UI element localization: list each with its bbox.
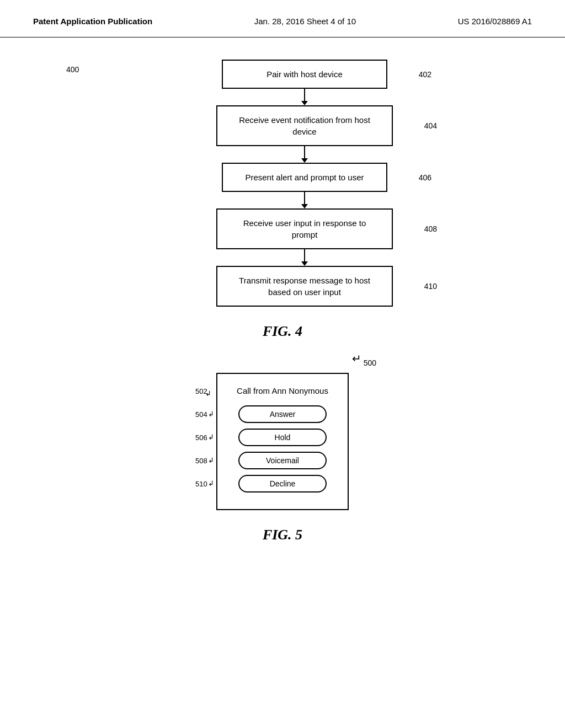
- label-402: 402: [419, 70, 431, 79]
- decline-button-row: 510 ↲ Decline: [234, 475, 331, 493]
- label-500-group: ↵ 500: [352, 356, 376, 370]
- patent-number-label: US 2016/028869 A1: [458, 17, 532, 26]
- call-header-text: Call from Ann Nonymous: [234, 385, 331, 397]
- main-content: 400 Pair with host device 402 Receive ev…: [0, 38, 565, 593]
- arrow-2: [301, 146, 308, 163]
- fig4-section: 400 Pair with host device 402 Receive ev…: [33, 60, 532, 340]
- fig5-diagram-wrapper: ↵ 500 502 ↲ Call from Ann Nonymous 504 ↲…: [216, 373, 349, 510]
- call-header-row: 502 ↲ Call from Ann Nonymous: [234, 385, 331, 397]
- answer-button-row: 504 ↲ Answer: [234, 405, 331, 423]
- voicemail-button[interactable]: Voicemail: [238, 452, 327, 469]
- hold-button-row: 506 ↲ Hold: [234, 429, 331, 446]
- fig5-container: ↵ 500 502 ↲ Call from Ann Nonymous 504 ↲…: [33, 373, 532, 510]
- fig4-caption: FIG. 4: [33, 323, 532, 340]
- flowchart: Pair with host device 402 Receive event …: [77, 60, 532, 307]
- step-404-box: Receive event notification from host dev…: [216, 105, 393, 146]
- decline-button[interactable]: Decline: [238, 475, 327, 493]
- arrow-4: [301, 249, 308, 266]
- label-506: 506: [195, 433, 207, 442]
- flow-step-402: Pair with host device 402: [222, 60, 387, 89]
- arrow-3: [301, 192, 308, 208]
- label-408: 408: [424, 224, 437, 233]
- answer-button[interactable]: Answer: [238, 405, 327, 423]
- label-404: 404: [424, 121, 437, 130]
- hold-button[interactable]: Hold: [238, 429, 327, 446]
- label-510: 510: [195, 480, 207, 488]
- arrow-1: [301, 89, 308, 105]
- step-408-box: Receive user input in response to prompt: [216, 208, 393, 249]
- flow-step-406: Present alert and prompt to user 406: [222, 163, 387, 192]
- fig5-section: ↵ 500 502 ↲ Call from Ann Nonymous 504 ↲…: [33, 373, 532, 543]
- voicemail-button-row: 508 ↲ Voicemail: [234, 452, 331, 469]
- label-500: 500: [364, 358, 376, 367]
- step-406-box: Present alert and prompt to user: [222, 163, 387, 192]
- step-402-box: Pair with host device: [222, 60, 387, 89]
- label-410: 410: [424, 282, 437, 291]
- flow-step-408: Receive user input in response to prompt…: [216, 208, 393, 249]
- label-508: 508: [195, 457, 207, 465]
- date-sheet-label: Jan. 28, 2016 Sheet 4 of 10: [254, 17, 356, 26]
- flow-step-410: Transmit response message to host based …: [216, 266, 393, 307]
- fig5-caption: FIG. 5: [33, 527, 532, 543]
- label-406: 406: [419, 173, 431, 182]
- publication-label: Patent Application Publication: [33, 17, 152, 26]
- label-504: 504: [195, 410, 207, 419]
- flow-step-404: Receive event notification from host dev…: [216, 105, 393, 146]
- page-header: Patent Application Publication Jan. 28, …: [0, 0, 565, 38]
- phone-ui-box: 502 ↲ Call from Ann Nonymous 504 ↲ Answe…: [216, 373, 349, 510]
- diagram-400-label: 400: [66, 65, 79, 74]
- step-410-box: Transmit response message to host based …: [216, 266, 393, 307]
